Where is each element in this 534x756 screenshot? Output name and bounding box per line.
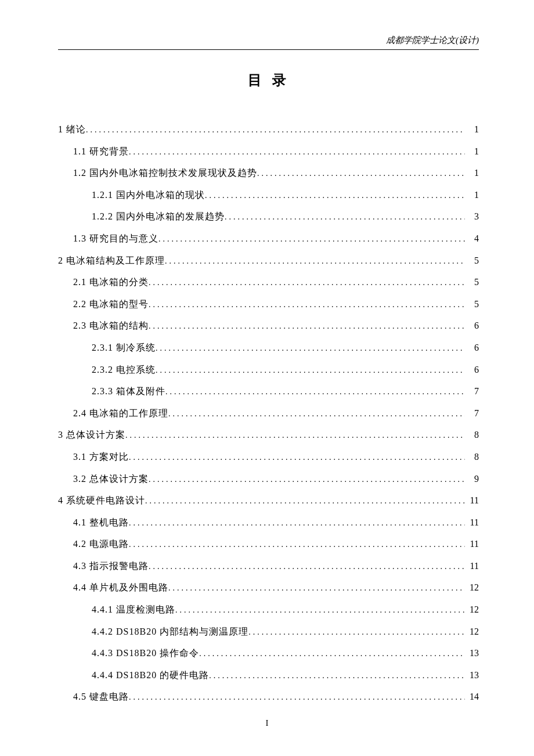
toc-entry-label: 4.4.2 DS18B20 内部结构与测温原理 [92,621,248,643]
toc-entry: 2.3.2 电控系统..............................… [58,359,479,381]
toc-entry: 2.4 电冰箱的工作原理............................… [58,402,479,424]
toc-entry-page: 1 [465,162,479,184]
toc-leader-dots: ........................................… [168,405,465,424]
toc-entry: 4.3 指示报警电路..............................… [58,555,479,577]
toc-entry-label: 1.3 研究目的与意义 [73,228,158,250]
toc-entry-page: 7 [465,380,479,402]
toc-entry-page: 1 [465,184,479,206]
toc-entry-label: 1.1 研究背景 [73,141,129,163]
toc-entry-label: 2.4 电冰箱的工作原理 [73,402,168,424]
toc-leader-dots: ........................................… [225,208,465,227]
toc-title: 目 录 [58,71,479,89]
toc-entry: 4.4.1 温度检测电路............................… [58,599,479,621]
toc-leader-dots: ........................................… [129,535,465,555]
toc-leader-dots: ........................................… [129,448,465,467]
toc-leader-dots: ........................................… [158,230,465,249]
toc-entry-label: 4.4.3 DS18B20 操作命令 [92,642,199,664]
toc-entry-page: 6 [465,315,479,337]
toc-entry: 1.2 国内外电冰箱控制技术发展现状及趋势...................… [58,162,479,184]
toc-entry: 4.5 键盘电路................................… [58,686,479,708]
toc-leader-dots: ........................................… [156,339,465,358]
toc-entry: 1.2.2 国内外电冰箱的发展趋势.......................… [58,206,479,228]
toc-entry-page: 1 [465,141,479,163]
toc-leader-dots: ........................................… [129,688,465,707]
toc-entry-page: 3 [465,206,479,228]
toc-entry-page: 5 [465,271,479,293]
toc-entry: 3.2 总体设计方案..............................… [58,468,479,490]
toc-entry-label: 4.4.1 温度检测电路 [92,599,175,621]
toc-entry-label: 1 绪论 [58,118,86,141]
toc-entry: 1.1 研究背景................................… [58,141,479,163]
toc-entry-label: 4.5 键盘电路 [73,686,129,708]
toc-entry-label: 4.3 指示报警电路 [73,555,149,577]
toc-leader-dots: ........................................… [168,579,465,598]
toc-entry: 4.1 整机电路................................… [58,512,479,534]
toc-entry-label: 4.4.4 DS18B20 的硬件电路 [92,664,209,686]
toc-entry-label: 2 电冰箱结构及工作原理 [58,250,165,272]
toc-entry-page: 6 [465,359,479,381]
toc-entry-page: 12 [465,599,479,621]
toc-entry: 2.3 电冰箱的结构..............................… [58,315,479,337]
toc-entry-page: 13 [465,642,479,664]
toc-entry: 1 绪论....................................… [58,118,479,141]
toc-entry-page: 4 [465,228,479,250]
toc-entry-page: 6 [465,337,479,359]
toc-leader-dots: ........................................… [149,557,465,577]
toc-entry-page: 11 [465,555,479,577]
toc-entry: 4.4 单片机及外围电路............................… [58,577,479,599]
toc-entry-page: 5 [465,293,479,315]
toc-entry: 3 总体设计方案................................… [58,424,479,446]
toc-entry-page: 11 [465,512,479,534]
table-of-contents: 1 绪论....................................… [58,118,479,708]
toc-entry: 4.4.4 DS18B20 的硬件电路.....................… [58,664,479,686]
toc-entry-page: 1 [465,118,479,141]
toc-entry-label: 1.2.2 国内外电冰箱的发展趋势 [92,206,225,228]
toc-entry-page: 14 [465,686,479,708]
toc-leader-dots: ........................................… [209,667,465,686]
toc-leader-dots: ........................................… [149,470,465,489]
toc-entry: 4.4.3 DS18B20 操作命令......................… [58,642,479,664]
toc-entry-page: 13 [465,664,479,686]
toc-leader-dots: ........................................… [129,514,465,533]
toc-entry-label: 2.3 电冰箱的结构 [73,315,149,337]
toc-entry-page: 12 [465,621,479,643]
toc-leader-dots: ........................................… [257,164,465,183]
toc-entry-page: 7 [465,402,479,424]
toc-entry-label: 4.4 单片机及外围电路 [73,577,168,599]
toc-leader-dots: ........................................… [129,143,465,162]
toc-entry-label: 3.2 总体设计方案 [73,468,149,490]
toc-entry-page: 11 [465,533,479,555]
toc-entry: 3.1 方案对比................................… [58,446,479,468]
toc-leader-dots: ........................................… [149,317,465,336]
toc-leader-dots: ........................................… [199,645,465,664]
toc-entry-label: 2.3.1 制冷系统 [92,337,156,359]
toc-leader-dots: ........................................… [205,186,465,206]
toc-leader-dots: ........................................… [86,121,465,140]
toc-leader-dots: ........................................… [156,361,465,380]
toc-leader-dots: ........................................… [165,252,465,271]
toc-entry-label: 2.3.3 箱体及附件 [92,380,165,402]
page-header: 成都学院学士论文(设计) [58,35,479,50]
toc-entry-label: 3 总体设计方案 [58,424,125,446]
toc-entry-label: 1.2.1 国内外电冰箱的现状 [92,184,205,206]
toc-entry: 1.3 研究目的与意义.............................… [58,228,479,250]
toc-entry: 4.4.2 DS18B20 内部结构与测温原理.................… [58,621,479,643]
toc-leader-dots: ........................................… [125,426,465,445]
toc-entry: 4.2 电源电路................................… [58,533,479,555]
page-number: I [0,718,534,728]
toc-entry-label: 1.2 国内外电冰箱控制技术发展现状及趋势 [73,162,257,184]
toc-leader-dots: ........................................… [145,492,465,511]
toc-entry-label: 2.2 电冰箱的型号 [73,293,149,315]
toc-entry-page: 9 [465,468,479,490]
toc-entry: 2.3.3 箱体及附件.............................… [58,380,479,402]
toc-entry: 1.2.1 国内外电冰箱的现状.........................… [58,184,479,206]
toc-entry-label: 4 系统硬件电路设计 [58,489,145,512]
toc-entry-page: 8 [465,446,479,468]
toc-entry-page: 5 [465,250,479,272]
toc-entry-label: 2.3.2 电控系统 [92,359,156,381]
toc-entry: 2.3.1 制冷系统..............................… [58,337,479,359]
toc-entry: 2.2 电冰箱的型号..............................… [58,293,479,315]
toc-leader-dots: ........................................… [165,383,465,402]
toc-entry-label: 2.1 电冰箱的分类 [73,271,149,293]
toc-leader-dots: ........................................… [149,296,465,315]
